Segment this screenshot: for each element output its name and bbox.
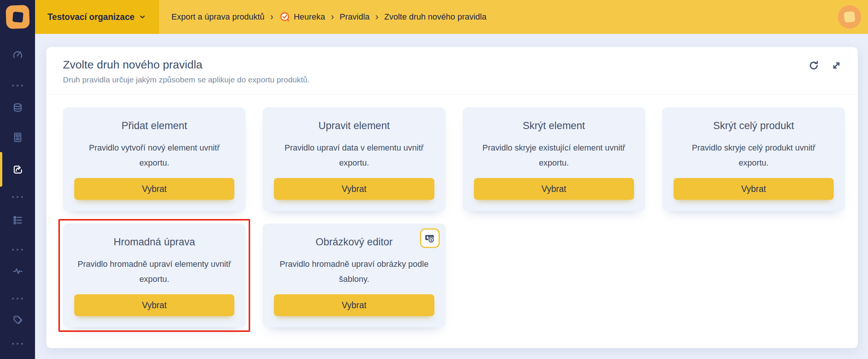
paid-feature-badge: $	[420, 228, 440, 248]
select-rule-button[interactable]: Vybrat	[74, 294, 234, 316]
svg-text:$: $	[430, 238, 432, 242]
rule-card: Upravit element Pravidlo upraví data v e…	[263, 107, 445, 211]
sidebar	[0, 0, 35, 359]
rule-card-title: Skrýt celý produkt	[713, 120, 794, 132]
rule-card-title: Přidat element	[122, 120, 187, 132]
rule-card-description: Pravidlo skryje celý produkt uvnitř expo…	[674, 140, 834, 170]
rule-card: Hromadná úprava Pravidlo hromadně upraví…	[63, 224, 246, 327]
expand-button[interactable]	[830, 59, 843, 72]
chevron-down-icon	[138, 13, 147, 21]
rule-type-panel: Zvolte druh nového pravidla Druh pravidl…	[46, 47, 858, 348]
select-rule-button[interactable]: Vybrat	[274, 178, 434, 200]
ellipsis-icon	[12, 343, 23, 345]
sidebar-item-rules[interactable]	[0, 213, 35, 228]
main-area: Zvolte druh nového pravidla Druh pravidl…	[35, 34, 868, 359]
sidebar-item-data[interactable]	[0, 100, 35, 116]
breadcrumb-item-export[interactable]: Export a úprava produktů	[171, 12, 264, 22]
expand-icon	[830, 59, 842, 71]
sidebar-item-activity[interactable]	[0, 263, 35, 278]
ellipsis-icon	[12, 85, 23, 87]
rule-card-description: Pravidlo skryje existující element uvnit…	[474, 140, 634, 170]
tags-icon	[12, 314, 24, 326]
sidebar-item-more-4[interactable]	[0, 291, 35, 306]
rule-card-title: Hromadná úprava	[114, 236, 195, 248]
sidebar-item-more-5[interactable]	[0, 336, 35, 351]
select-rule-button[interactable]: Vybrat	[674, 178, 834, 200]
breadcrumb-separator: ›	[331, 12, 334, 23]
database-icon	[12, 102, 24, 114]
breadcrumb: Export a úprava produktů › Heureka › Pra…	[159, 11, 486, 23]
sidebar-item-more-3[interactable]	[0, 242, 35, 257]
rule-card-title: Obrázkový editor	[316, 236, 393, 248]
rule-card: Skrýt celý produkt Pravidlo skryje celý …	[662, 107, 845, 211]
rule-card-description: Pravidlo vytvoří nový element uvnitř exp…	[74, 140, 234, 170]
breadcrumb-separator: ›	[375, 12, 379, 23]
logo-icon	[5, 5, 29, 29]
panel-header: Zvolte druh nového pravidla Druh pravidl…	[46, 47, 858, 94]
document-icon	[12, 131, 24, 143]
rule-card-description: Pravidlo hromadně upraví obrázky podle š…	[274, 257, 434, 286]
select-rule-button[interactable]: Vybrat	[274, 294, 434, 316]
refresh-icon	[808, 59, 820, 71]
select-rule-button[interactable]: Vybrat	[74, 178, 234, 200]
ellipsis-icon	[12, 298, 23, 300]
task-list-icon	[12, 214, 24, 226]
share-export-icon	[11, 163, 24, 176]
organization-selector[interactable]: Testovací organizace	[35, 0, 159, 34]
avatar-logo-icon	[844, 11, 856, 23]
page-subtitle: Druh pravidla určuje jakým způsobem se a…	[63, 75, 841, 84]
rule-card: $ Obrázkový editor Pravidlo hromadně upr…	[263, 224, 445, 327]
pulse-icon	[12, 265, 24, 277]
rule-card: Skrýt element Pravidlo skryje existující…	[463, 107, 645, 211]
breadcrumb-item-current: Zvolte druh nového pravidla	[384, 12, 487, 22]
sidebar-item-dashboard[interactable]	[0, 48, 35, 63]
rule-card-description: Pravidlo upraví data v elementu uvnitř e…	[274, 140, 434, 170]
breadcrumb-label: Heureka	[294, 12, 325, 22]
app-logo[interactable]	[0, 0, 35, 34]
breadcrumb-separator: ›	[270, 12, 274, 23]
refresh-button[interactable]	[807, 59, 820, 72]
organization-name: Testovací organizace	[47, 12, 134, 22]
breadcrumb-item-pravidla[interactable]: Pravidla	[340, 12, 370, 22]
sidebar-item-more-2[interactable]	[0, 189, 35, 204]
rule-card-description: Pravidlo hromadně upraví elementy uvnitř…	[74, 257, 234, 286]
money-icon: $	[424, 233, 436, 244]
sidebar-item-products[interactable]	[0, 130, 35, 145]
breadcrumb-item-heureka[interactable]: Heureka	[279, 11, 325, 23]
sidebar-item-export[interactable]	[0, 162, 35, 177]
select-rule-button[interactable]: Vybrat	[474, 178, 634, 200]
rule-card-title: Upravit element	[318, 120, 390, 132]
rule-type-grid: Přidat element Pravidlo vytvoří nový ele…	[46, 94, 858, 327]
topbar: Testovací organizace Export a úprava pro…	[35, 0, 868, 34]
sidebar-item-more-1[interactable]	[0, 78, 35, 93]
rule-card: Přidat element Pravidlo vytvoří nový ele…	[63, 107, 246, 211]
user-avatar[interactable]	[838, 5, 861, 29]
panel-actions	[807, 59, 843, 72]
heureka-icon	[279, 11, 290, 23]
sidebar-item-tags[interactable]	[0, 312, 35, 327]
rule-card-title: Skrýt element	[523, 120, 585, 132]
ellipsis-icon	[12, 249, 23, 251]
ellipsis-icon	[12, 196, 23, 198]
page-title: Zvolte druh nového pravidla	[63, 58, 841, 71]
gauge-icon	[12, 49, 24, 61]
